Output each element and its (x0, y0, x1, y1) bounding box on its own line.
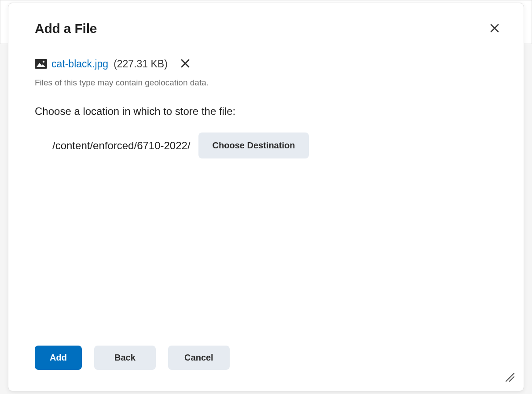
back-button[interactable]: Back (94, 346, 156, 370)
add-file-modal: Add a File cat-black.jpg (227.31 KB) (8, 3, 524, 391)
svg-line-7 (506, 373, 514, 381)
close-icon (490, 23, 499, 34)
choose-destination-button[interactable]: Choose Destination (198, 133, 309, 158)
modal-title: Add a File (35, 21, 97, 36)
remove-icon (180, 59, 190, 70)
resize-handle[interactable] (503, 371, 516, 383)
file-size: (227.31 KB) (114, 58, 168, 70)
uploaded-file-row: cat-black.jpg (227.31 KB) (35, 57, 497, 71)
destination-path: /content/enforced/6710-2022/ (52, 140, 191, 152)
location-prompt: Choose a location in which to store the … (35, 105, 497, 118)
svg-point-4 (43, 61, 44, 63)
image-icon (35, 59, 47, 69)
cancel-button[interactable]: Cancel (168, 346, 230, 370)
geolocation-warning: Files of this type may contain geolocati… (35, 78, 497, 88)
svg-rect-2 (35, 59, 47, 69)
add-button[interactable]: Add (35, 346, 82, 370)
destination-row: /content/enforced/6710-2022/ Choose Dest… (35, 133, 497, 158)
modal-header: Add a File (8, 3, 524, 37)
close-button[interactable] (487, 21, 503, 37)
modal-body: cat-black.jpg (227.31 KB) Files of this … (8, 37, 524, 337)
modal-footer: Add Back Cancel (8, 337, 524, 391)
resize-icon (503, 376, 515, 383)
remove-file-button[interactable] (178, 57, 192, 71)
file-name-link[interactable]: cat-black.jpg (51, 58, 108, 70)
